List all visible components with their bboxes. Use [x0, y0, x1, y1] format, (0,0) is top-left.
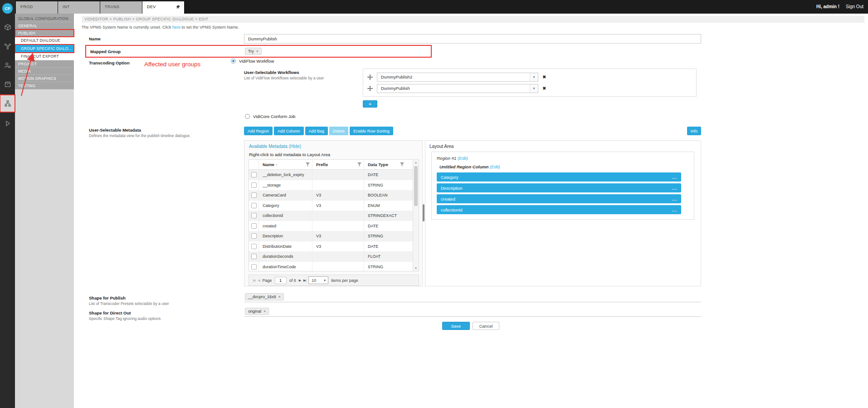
remove-tag-icon[interactable]: ×	[263, 309, 266, 314]
sidebar-item-final-cut-export[interactable]: FINAL CUT EXPORT	[15, 53, 74, 60]
add-column-button[interactable]: Add Column	[274, 127, 304, 135]
column-edit-link[interactable]: (Edit)	[490, 164, 500, 169]
row-checkbox[interactable]	[251, 172, 257, 177]
table-scrollbar[interactable]: ▲ ▼	[413, 160, 419, 271]
drag-handle-icon[interactable]	[367, 86, 373, 91]
column-header-data-type[interactable]: Data Type	[364, 160, 412, 169]
shape-for-direct-out-field[interactable]: original×	[244, 308, 701, 317]
vpms-here-link[interactable]: here	[172, 25, 180, 29]
column-header-prefix[interactable]: Prefix	[312, 160, 364, 169]
row-checkbox[interactable]	[251, 244, 257, 249]
mapped-group-tag[interactable]: Try×	[245, 48, 262, 55]
cancel-button[interactable]: Cancel	[473, 322, 499, 330]
table-row[interactable]: durationTimeCode STRING	[249, 262, 419, 272]
add-region-button[interactable]: Add Region	[244, 127, 273, 135]
box-icon[interactable]	[0, 76, 15, 93]
add-workflow-button[interactable]: +	[363, 100, 377, 108]
pager-first-icon[interactable]: |◀	[253, 279, 255, 282]
filter-funnel-icon[interactable]	[306, 162, 310, 167]
shape-for-publish-field[interactable]: __dvcpro_16x9×	[244, 293, 701, 302]
filter-funnel-icon[interactable]	[357, 162, 361, 167]
radio-circle[interactable]	[231, 59, 236, 64]
column-header-name[interactable]: Name ↑	[259, 160, 312, 169]
radio-vidicore-conform-job[interactable]: VidiCore Conform Job	[245, 114, 295, 119]
field-options-icon[interactable]: ...	[672, 197, 677, 202]
pager-page-input[interactable]	[275, 277, 287, 284]
row-checkbox[interactable]	[251, 182, 257, 188]
shape-direct-out-tag[interactable]: original×	[245, 308, 269, 315]
layout-field-description[interactable]: Description ...	[437, 183, 681, 192]
layout-field-category[interactable]: Category ...	[437, 172, 681, 182]
row-checkbox[interactable]	[251, 192, 257, 198]
network-icon[interactable]	[0, 38, 15, 54]
row-checkbox[interactable]	[251, 233, 257, 239]
panel-splitter[interactable]	[423, 204, 424, 221]
remove-workflow-icon[interactable]: ✖	[542, 74, 546, 79]
save-button[interactable]: Save	[442, 322, 470, 330]
debug-play-icon[interactable]	[0, 115, 15, 132]
user-gear-icon[interactable]	[0, 57, 15, 74]
info-button[interactable]: Info	[687, 127, 701, 135]
pager-last-icon[interactable]: ▶|	[303, 279, 306, 282]
sidebar-item-default-dialogue[interactable]: DEFAULT DIALOGUE	[15, 37, 74, 44]
pin-icon[interactable]	[176, 5, 180, 10]
region-edit-link[interactable]: (Edit)	[458, 156, 468, 161]
env-tab-int[interactable]: INT	[58, 1, 100, 14]
env-tab-trans[interactable]: TRANS	[100, 1, 142, 14]
name-input[interactable]	[244, 34, 701, 44]
workflow-select[interactable]: DummyPublish ▼	[377, 84, 538, 93]
remove-workflow-icon[interactable]: ✖	[542, 86, 546, 91]
sidebar-item-project[interactable]: PROJECT	[15, 60, 74, 68]
layout-field-collectionid[interactable]: collectionId ...	[437, 205, 681, 214]
hide-toggle-link[interactable]: (Hide)	[289, 144, 301, 149]
scroll-up-icon[interactable]: ▲	[413, 161, 419, 164]
remove-tag-icon[interactable]: ×	[278, 295, 281, 299]
scroll-down-icon[interactable]: ▼	[413, 267, 419, 270]
row-checkbox[interactable]	[251, 213, 257, 218]
app-logo[interactable]: CP	[2, 3, 13, 14]
sidebar-item-general[interactable]: GENERAL	[15, 22, 74, 29]
field-options-icon[interactable]: ...	[672, 207, 677, 212]
table-row[interactable]: DistributionDate V3 DATE	[249, 241, 419, 252]
radio-circle[interactable]	[245, 114, 250, 119]
add-bag-button[interactable]: Add Bag	[305, 127, 328, 135]
pager-next-icon[interactable]: ▶	[299, 279, 301, 282]
remove-tag-icon[interactable]: ×	[256, 49, 258, 54]
row-checkbox[interactable]	[251, 254, 257, 259]
row-checkbox[interactable]	[251, 223, 257, 229]
sidebar-item-motion-graphics[interactable]: MOTION GRAPHICS	[15, 75, 74, 82]
table-row[interactable]: Category V3 ENUM	[249, 201, 419, 211]
layout-field-created[interactable]: created ...	[437, 194, 681, 203]
row-checkbox[interactable]	[251, 203, 257, 208]
enable-row-sorting-button[interactable]: Enable Row Sorting	[350, 127, 393, 135]
workflow-icon[interactable]	[0, 95, 15, 112]
table-row[interactable]: Description V3 STRING	[249, 231, 419, 241]
env-tab-dev[interactable]: DEV	[142, 1, 185, 14]
sidebar-item-testing[interactable]: TESTING	[15, 82, 74, 89]
filter-funnel-icon[interactable]	[400, 162, 404, 167]
table-row[interactable]: CameraCard V3 BOOLEAN	[249, 190, 419, 201]
shape-publish-tag[interactable]: __dvcpro_16x9×	[245, 293, 284, 300]
table-row[interactable]: collectionId STRINGEXACT	[249, 211, 419, 221]
radio-vidiflow-workflow[interactable]: VidiFlow Workflow	[231, 59, 274, 64]
drag-handle-icon[interactable]	[367, 74, 373, 80]
chevron-down-icon[interactable]: ▼	[530, 84, 538, 93]
sidebar-item-publish[interactable]: PUBLISH	[15, 29, 74, 37]
field-options-icon[interactable]: ...	[672, 186, 677, 191]
table-row[interactable]: __deletion_lock_expiry DATE	[249, 170, 419, 180]
cube-icon[interactable]	[0, 19, 15, 35]
pager-prev-icon[interactable]: ◀	[258, 279, 259, 282]
table-row[interactable]: __storage STRING	[249, 180, 419, 191]
sidebar-item-media[interactable]: MEDIA	[15, 68, 74, 75]
chevron-down-icon[interactable]: ▼	[530, 73, 538, 81]
table-row[interactable]: created DATE	[249, 221, 419, 231]
sign-out-link[interactable]: Sign Out	[846, 4, 863, 9]
field-options-icon[interactable]: ...	[672, 175, 677, 180]
items-per-page-select[interactable]: 10 ▼	[308, 276, 328, 284]
row-checkbox[interactable]	[251, 264, 257, 270]
delete-button[interactable]: Delete	[329, 127, 348, 135]
scrollbar-thumb[interactable]	[414, 166, 418, 206]
workflow-select[interactable]: DummyPublish2 ▼	[377, 73, 538, 82]
table-row[interactable]: durationSeconds FLOAT	[249, 251, 419, 262]
sidebar-item-group-specific-dialogue[interactable]: GROUP SPECIFIC DIALO...	[15, 44, 74, 53]
